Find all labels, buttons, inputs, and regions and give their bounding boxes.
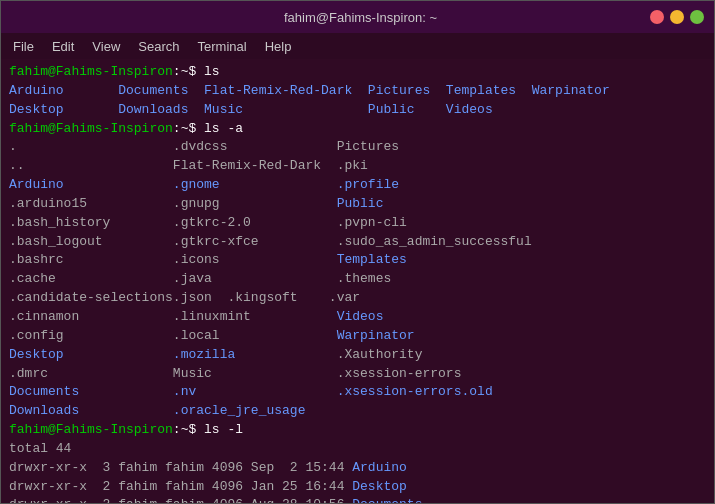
menu-terminal[interactable]: Terminal: [190, 37, 255, 56]
maximize-button[interactable]: [690, 10, 704, 24]
window-title: fahim@Fahims-Inspiron: ~: [71, 10, 650, 25]
close-button[interactable]: [650, 10, 664, 24]
menu-help[interactable]: Help: [257, 37, 300, 56]
menu-search[interactable]: Search: [130, 37, 187, 56]
menu-file[interactable]: File: [5, 37, 42, 56]
terminal-window: fahim@Fahims-Inspiron: ~ File Edit View …: [0, 0, 715, 504]
title-bar: fahim@Fahims-Inspiron: ~: [1, 1, 714, 33]
menu-bar: File Edit View Search Terminal Help: [1, 33, 714, 59]
terminal-content: fahim@Fahims-Inspiron:~$ ls Arduino Docu…: [9, 63, 706, 503]
minimize-button[interactable]: [670, 10, 684, 24]
menu-edit[interactable]: Edit: [44, 37, 82, 56]
menu-view[interactable]: View: [84, 37, 128, 56]
window-controls: [650, 10, 704, 24]
terminal-body[interactable]: fahim@Fahims-Inspiron:~$ ls Arduino Docu…: [1, 59, 714, 503]
